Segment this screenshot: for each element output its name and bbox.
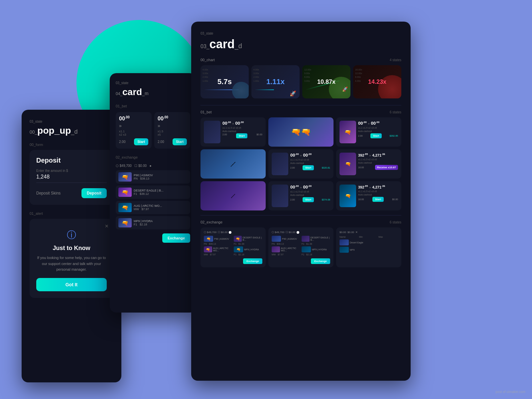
rocket-icon-3: 🚀 xyxy=(342,86,348,92)
bet-cell-empty-1: 00.00 » 00.00 x1.1 x1.5 x2 x3 x5 Auto-ca… xyxy=(200,117,266,147)
bet-row-grid-2: ⟋ 00.00 » 00.00 x1.1 x1.5 x2 x3 x5 Auto-… xyxy=(200,149,401,179)
skin-info-4: MP9 | HYDRA F1 $2.18 xyxy=(134,219,188,226)
exchange-button[interactable]: Exchange xyxy=(162,233,190,243)
info-icon: ⓘ xyxy=(36,229,107,241)
start-button-2[interactable]: Start xyxy=(173,138,187,145)
cardm-state-label: 03_state xyxy=(116,81,190,85)
exchange-btn-1[interactable]: Exchange xyxy=(243,258,262,264)
start-btn-cell-4[interactable]: Start xyxy=(303,197,314,202)
skin-item-2: 🔫 DESERT EAGLE | B... F1 $38.12 xyxy=(116,186,190,199)
dot-white-1 xyxy=(229,231,231,234)
start-btn-cell-5[interactable]: Start xyxy=(372,197,384,202)
bet-box-1: 00.00 » x1.1 x2 x3 2.00 Start xyxy=(116,112,152,149)
exchange-grid: ⬡ $49,700 ☐ $0.00 🔫 P90 | ASIMOV FN $38.… xyxy=(200,227,401,267)
chart-value-2: 1.11x xyxy=(266,77,285,86)
bet-label: 01_bet xyxy=(200,110,212,114)
popup-state-label: 03_state xyxy=(30,120,113,123)
bet-cell-guns-1: 🔫🔫 xyxy=(268,117,333,147)
start-btn-cell-3[interactable]: Start xyxy=(303,165,314,170)
deposit-input-label: Enter the amount in $ xyxy=(36,169,107,173)
popup-title-prefix: 00_ xyxy=(30,129,37,135)
cardm-title-prefix: 04_ xyxy=(116,91,122,96)
exchange-btn-2[interactable]: Exchange xyxy=(311,258,330,264)
start-button-1[interactable]: Start xyxy=(134,138,148,145)
alert-box: ✕ ⓘ Just to Know If you looking for some… xyxy=(30,219,113,298)
receive-button[interactable]: Receive x10.87 xyxy=(375,165,398,170)
skin-image-1: 🔫 xyxy=(118,172,132,182)
cardm-title: 04_card_m xyxy=(116,87,190,97)
bet-cell-guns-2: 🔫 00.00 » 00.00 x1.1 x1.5 x2 x3 x5 Auto-… xyxy=(336,117,401,147)
chart-grid: 4.00x3.00x2.00x1.00x 5.7s 4.00x3.00x2.00… xyxy=(200,65,401,98)
got-it-button[interactable]: Got It xyxy=(36,278,107,291)
alert-title: Just to Know xyxy=(36,245,107,252)
exchange-section: ⬡ $49,700 ☐ $0.00 ● 🔫 P90 | ASIMOV FN $3… xyxy=(116,164,190,229)
deposit-title: Deposit xyxy=(36,157,107,164)
skin-item-3: 🔫 AUG | ARCTIC WO... MW $7.97 xyxy=(116,201,190,214)
skin-info-2: DESERT EAGLE | B... F1 $38.12 xyxy=(134,189,188,196)
bet-row-grid-3: ⟋ 00.00 » 00.00 x1.1 x1.5 x2 x3 x5 Auto-… xyxy=(200,181,401,210)
chart-value-3: 10.87x xyxy=(317,78,335,85)
exchange-balance-1: ⬡ $49,700 ☐ $0.00 ● xyxy=(116,164,151,168)
skin-item-1: 🔫 P90 | ASIMOV FN $38.13 xyxy=(116,170,190,184)
bet-amount-2: 00.00 xyxy=(158,115,187,122)
alert-label: 01_alert xyxy=(30,211,113,215)
chart-label: 00_chart xyxy=(200,58,215,62)
bet-states: 6 states xyxy=(390,110,401,114)
attribution: post of uimaker.com xyxy=(496,390,525,394)
skin-info-1: P90 | ASIMOV FN $38.13 xyxy=(134,174,188,180)
exchange-cell-2: ⬡ $49,700 ☐ $0.00 P90 | ASIMOV FN $38.13… xyxy=(268,227,333,267)
bet-row-1: 00.00 » x1.1 x2 x3 2.00 Start 00.00 » x1… xyxy=(116,112,190,149)
deposit-button[interactable]: Deposit xyxy=(81,188,107,198)
chart-value-1: 5.7s xyxy=(217,77,232,86)
chart-box-4: 16.00x12.00x8.00x4.00x 14.23x xyxy=(353,65,401,98)
close-icon[interactable]: ✕ xyxy=(105,223,109,229)
deposit-skins-label: Deposit Skins xyxy=(36,191,61,196)
bet-amount-1: 00.00 xyxy=(119,115,148,122)
bet-arrows-1: » xyxy=(119,123,148,128)
bet-row-grid-1: 00.00 » 00.00 x1.1 x1.5 x2 x3 x5 Auto-ca… xyxy=(200,117,401,147)
form-label: 00_form xyxy=(30,143,113,147)
skin-image-2: 🔫 xyxy=(118,188,132,197)
deposit-input-value[interactable]: 1,248 xyxy=(36,174,107,183)
chart-box-2: 4.00x3.00x2.00x1.00x 1.11x 🚀 xyxy=(251,65,300,98)
bet-cell-guns-3: 🔫 392.95 » 4,271.36 x1.1 x1.5 x2 x3 x5 A… xyxy=(336,149,401,179)
start-btn-cell-1[interactable]: Start xyxy=(236,133,247,138)
bet-cell-mid-2: 00.00 » 00.00 x1.1 x1.5 x2 x3 x5 Auto-ca… xyxy=(268,149,333,179)
alert-description: If you looking for some help, you can go… xyxy=(36,255,107,273)
start-btn-cell-2[interactable]: Start xyxy=(370,133,382,138)
exchange-label: 02_exchange xyxy=(200,220,222,224)
dot-white-2 xyxy=(297,231,299,234)
bet-cell-mid-3: 00.00 » 00.00 x1.1 x1.5 x2 x3 x5 Auto-ca… xyxy=(268,181,333,210)
skin-image-3: 🔫 xyxy=(118,203,132,212)
bet-cell-purple-1: ⟋ xyxy=(200,181,266,210)
cardm-card: 03_state 04_card_m 01_bet 00.00 » x1.1 x… xyxy=(110,73,196,313)
bet-box-2: 00.00 » x1.5 x5 2.00 Start xyxy=(154,112,190,149)
cardd-title: 03_card_d xyxy=(200,37,401,51)
chart-box-3: 12.00x9.00x6.00x3.00x 10.87x 🚀 xyxy=(302,65,350,98)
popup-title: 00_pop_up_d xyxy=(30,125,113,136)
popup-card: 03_state 00_pop_up_d 00_form Deposit Ent… xyxy=(22,110,121,382)
cardm-exchange-label: 02_exchange xyxy=(116,155,190,159)
chart-box-1: 4.00x3.00x2.00x1.00x 5.7s xyxy=(200,65,249,98)
chart-states: 4 states xyxy=(390,58,401,62)
bet-thumb-empty-1 xyxy=(204,121,220,143)
cardd-title-prefix: 03_ xyxy=(200,44,209,49)
chart-value-4: 14.23x xyxy=(368,78,386,85)
bet-section: 00.00 » x1.1 x2 x3 2.00 Start 00.00 » x1… xyxy=(116,112,190,149)
bet-cell-blue-1: ⟋ xyxy=(200,149,266,179)
exchange-cell-1: ⬡ $49,700 ☐ $0.00 🔫 P90 | ASIMOV FN $38.… xyxy=(200,227,266,267)
skin-info-3: AUG | ARCTIC WO... MW $7.97 xyxy=(134,204,188,211)
rocket-icon-2: 🚀 xyxy=(290,90,296,97)
cardm-bet-label: 01_bet xyxy=(116,104,190,108)
exchange-cell-3: $0.00 $0.00 ✕ Name Min Max Desert Eagle … xyxy=(336,227,401,267)
bet-mults-1: x1.1 xyxy=(119,130,148,133)
skin-item-4: 🔫 MP9 | HYDRA F1 $2.18 xyxy=(116,216,190,229)
cardd-state-label: 03_state xyxy=(200,32,401,35)
cardd-card: 03_state 03_card_d 00_chart 4 states 4.0… xyxy=(191,22,411,381)
bet-grid-container: 00.00 » 00.00 x1.1 x1.5 x2 x3 x5 Auto-ca… xyxy=(200,117,401,210)
deposit-box: Deposit Enter the amount in $ 1,248 Depo… xyxy=(30,150,113,205)
bet-cell-teal-1: 🔫 392.95 » 4,271.36 x1.1 x1.5 x2 x3 x5 A… xyxy=(336,181,401,210)
skin-image-4: 🔫 xyxy=(118,218,132,227)
close-icon-exchange[interactable]: ✕ xyxy=(355,231,358,234)
